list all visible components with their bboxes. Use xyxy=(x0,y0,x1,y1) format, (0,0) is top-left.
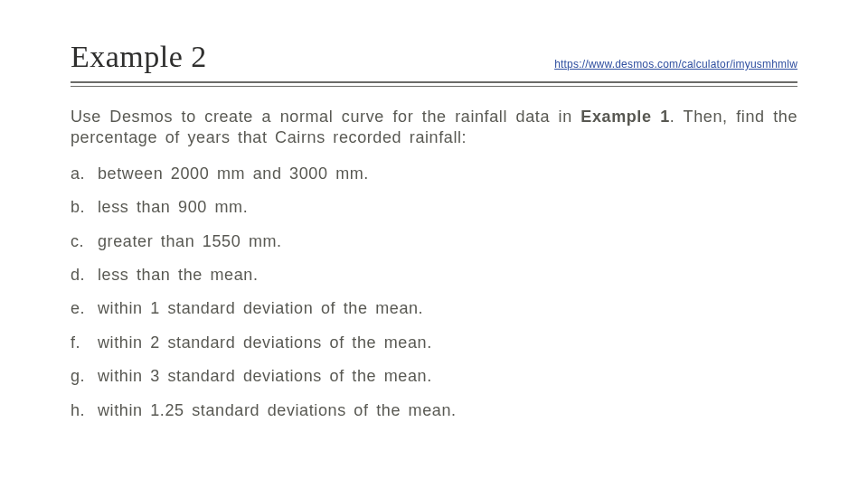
item-marker: g. xyxy=(71,366,98,387)
item-marker: c. xyxy=(71,231,98,252)
list-item: b. less than 900 mm. xyxy=(71,197,797,218)
items-list: a. between 2000 mm and 3000 mm. b. less … xyxy=(71,164,797,421)
slide: Example 2 https://www.desmos.com/calcula… xyxy=(0,0,868,488)
item-text: within 2 standard deviations of the mean… xyxy=(98,333,797,353)
item-marker: d. xyxy=(71,265,98,286)
item-marker: a. xyxy=(71,164,98,184)
page-title: Example 2 xyxy=(71,40,207,74)
list-item: c. greater than 1550 mm. xyxy=(71,231,797,252)
item-text: greater than 1550 mm. xyxy=(98,231,797,252)
item-text: within 3 standard deviations of the mean… xyxy=(98,366,797,387)
item-text: less than the mean. xyxy=(98,265,797,286)
item-marker: f. xyxy=(71,333,98,353)
desmos-link[interactable]: https://www.desmos.com/calculator/imyusm… xyxy=(554,58,797,70)
item-marker: e. xyxy=(71,298,98,319)
header-row: Example 2 https://www.desmos.com/calcula… xyxy=(71,40,797,80)
list-item: g. within 3 standard deviations of the m… xyxy=(71,366,797,387)
list-item: e. within 1 standard deviation of the me… xyxy=(71,298,797,319)
item-marker: b. xyxy=(71,197,98,218)
intro-text: Use Desmos to create a normal curve for … xyxy=(71,107,797,149)
body: Use Desmos to create a normal curve for … xyxy=(71,107,797,421)
item-text: between 2000 mm and 3000 mm. xyxy=(98,164,797,184)
divider-bottom xyxy=(71,86,797,87)
divider-top xyxy=(71,81,797,83)
list-item: d. less than the mean. xyxy=(71,265,797,286)
item-text: within 1 standard deviation of the mean. xyxy=(98,298,797,319)
list-item: a. between 2000 mm and 3000 mm. xyxy=(71,164,797,184)
list-item: h. within 1.25 standard deviations of th… xyxy=(71,400,797,421)
intro-part1: Use Desmos to create a normal curve for … xyxy=(71,108,580,126)
item-marker: h. xyxy=(71,400,98,421)
item-text: within 1.25 standard deviations of the m… xyxy=(98,400,797,421)
item-text: less than 900 mm. xyxy=(98,197,797,218)
list-item: f. within 2 standard deviations of the m… xyxy=(71,333,797,353)
intro-bold: Example 1 xyxy=(580,108,669,126)
